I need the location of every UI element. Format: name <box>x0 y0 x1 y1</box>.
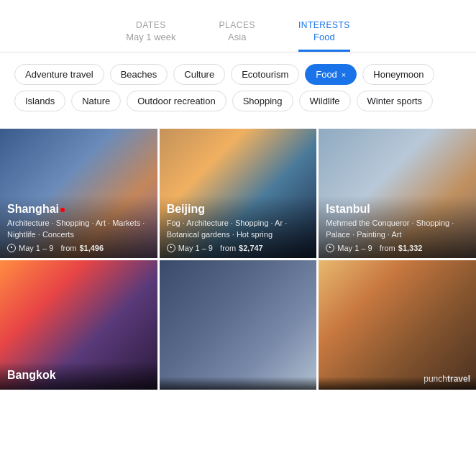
city-dates-shanghai: May 1 – 9 from $1,496 <box>7 244 150 252</box>
city-tags-istanbul: Mehmed the Conqueror · Shopping · Palace… <box>326 218 469 240</box>
city-price: $1,496 <box>79 244 104 252</box>
card-overlay-hongkong <box>319 377 476 390</box>
date-range: May 1 – 9 <box>337 244 372 252</box>
card-overlay-shanghai: ShanghaiArchitecture · Shopping · Art · … <box>0 196 157 258</box>
chip-eco[interactable]: Ecotourism <box>231 64 299 85</box>
chip-beaches[interactable]: Beaches <box>110 64 168 85</box>
city-card-shanghai[interactable]: ShanghaiArchitecture · Shopping · Art · … <box>0 129 157 258</box>
city-card-bangkok[interactable]: Bangkok <box>0 260 157 390</box>
city-card-istanbul[interactable]: IstanbulMehmed the Conqueror · Shopping … <box>319 129 476 258</box>
city-price: $1,332 <box>398 244 423 252</box>
city-tags-beijing: Fog · Architecture · Shopping · Ar · Bot… <box>167 218 310 240</box>
clock-icon <box>167 244 175 252</box>
clock-icon <box>326 244 334 252</box>
city-card-hongkong[interactable]: punchtravel <box>319 260 476 390</box>
header: DATESMay 1 weekPLACESAsiaINTERESTSFood <box>0 0 476 52</box>
chips-row-1: Adventure travelBeachesCultureEcotourism… <box>14 64 462 85</box>
chip-wildlife[interactable]: Wildlife <box>299 91 351 111</box>
tab-places[interactable]: PLACESAsia <box>219 20 255 52</box>
city-tags-shanghai: Architecture · Shopping · Art · Markets … <box>7 218 150 240</box>
card-overlay-beijing: BeijingFog · Architecture · Shopping · A… <box>160 196 317 258</box>
tab-interests[interactable]: INTERESTSFood <box>298 20 350 52</box>
city-image-city5 <box>160 260 317 390</box>
card-overlay-bangkok: Bangkok <box>0 362 157 390</box>
city-dates-beijing: May 1 – 9 from $2,747 <box>167 244 310 252</box>
chips-row-2: IslandsNatureOutdoor recreationShoppingW… <box>14 91 462 111</box>
chip-adventure[interactable]: Adventure travel <box>14 64 104 85</box>
chip-close-icon[interactable]: × <box>342 70 346 79</box>
city-grid: ShanghaiArchitecture · Shopping · Art · … <box>0 129 476 390</box>
city-dates-istanbul: May 1 – 9 from $1,332 <box>326 244 469 252</box>
chip-outdoor[interactable]: Outdoor recreation <box>127 91 226 111</box>
tabs-bar: DATESMay 1 weekPLACESAsiaINTERESTSFood <box>0 20 476 52</box>
city-name-istanbul: Istanbul <box>326 203 469 216</box>
city-name-shanghai: Shanghai <box>7 203 150 216</box>
card-overlay-city5 <box>160 377 317 390</box>
card-overlay-istanbul: IstanbulMehmed the Conqueror · Shopping … <box>319 196 476 258</box>
city-card-beijing[interactable]: BeijingFog · Architecture · Shopping · A… <box>160 129 317 258</box>
chip-honeymoon[interactable]: Honeymoon <box>362 64 434 85</box>
city-image-hongkong <box>319 260 476 390</box>
chips-section: Adventure travelBeachesCultureEcotourism… <box>0 52 476 123</box>
city-name-bangkok: Bangkok <box>7 369 150 382</box>
chip-nature[interactable]: Nature <box>71 91 121 111</box>
notification-dot <box>60 208 65 212</box>
clock-icon <box>7 244 16 252</box>
chip-food[interactable]: Food× <box>305 64 357 85</box>
chip-culture[interactable]: Culture <box>173 64 225 85</box>
date-range: May 1 – 9 <box>19 244 53 252</box>
chip-islands[interactable]: Islands <box>14 91 65 111</box>
tab-dates[interactable]: DATESMay 1 week <box>126 20 175 52</box>
city-name-beijing: Beijing <box>167 203 310 216</box>
city-card-city5[interactable] <box>160 260 317 390</box>
chip-shopping[interactable]: Shopping <box>232 91 293 111</box>
chip-winter[interactable]: Winter sports <box>357 91 434 111</box>
date-range: May 1 – 9 <box>178 244 213 252</box>
city-price: $2,747 <box>239 244 263 252</box>
